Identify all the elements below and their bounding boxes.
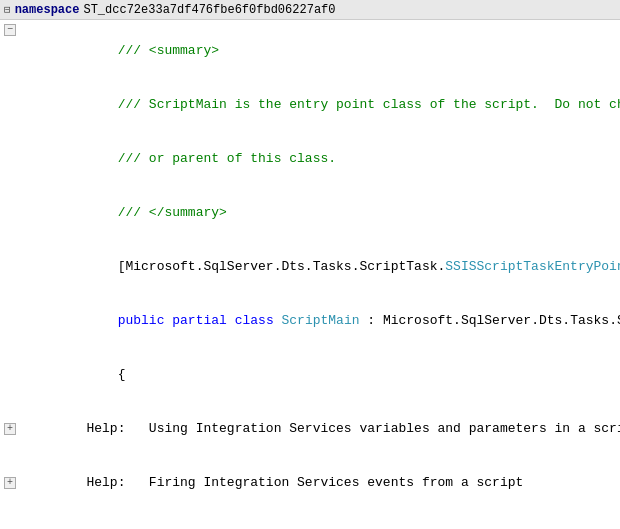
code-editor: ⊟ namespace ST_dcc72e33a7df476fbe6f0fbd0… (0, 0, 620, 529)
line-content: /// ScriptMain is the entry point class … (20, 78, 620, 132)
code-comment: /// </summary> (86, 205, 226, 220)
line-content: public partial class ScriptMain : Micros… (20, 294, 620, 348)
line-content: /// <summary> (20, 24, 620, 78)
line-content: [Microsoft.SqlServer.Dts.Tasks.ScriptTas… (20, 240, 620, 294)
line-content: /// or parent of this class. (20, 132, 620, 186)
line-content: /// </summary> (20, 186, 620, 240)
keyword: partial (172, 313, 234, 328)
line-content: { (20, 348, 620, 402)
expand-button[interactable]: + (4, 423, 16, 435)
code-text: : Microsoft.SqlServer.Dts.Tasks.ScriptTa… (360, 313, 621, 328)
collapse-gutter[interactable]: + (0, 423, 20, 435)
code-comment: /// ScriptMain is the entry point class … (86, 97, 620, 112)
line-row: { (0, 348, 620, 402)
code-comment: /// <summary> (86, 43, 219, 58)
code-comment: /// or parent of this class. (86, 151, 336, 166)
keyword: class (235, 313, 282, 328)
collapsible-line: + Help: Firing Integration Services even… (0, 456, 620, 510)
collapsible-content[interactable]: Help: Using Integration Services connect… (20, 510, 620, 529)
collapse-gutter[interactable]: + (0, 477, 20, 489)
collapse-button[interactable]: − (4, 24, 16, 36)
namespace-bar: ⊟ namespace ST_dcc72e33a7df476fbe6f0fbd0… (0, 0, 620, 20)
code-text: [Microsoft.SqlServer.Dts.Tasks.ScriptTas… (86, 259, 445, 274)
help-block-1[interactable]: Help: Using Integration Services variabl… (86, 421, 620, 436)
line-row: [Microsoft.SqlServer.Dts.Tasks.ScriptTas… (0, 240, 620, 294)
keyword: public (86, 313, 172, 328)
help-block-2[interactable]: Help: Firing Integration Services events… (86, 475, 523, 490)
expand-button[interactable]: + (4, 477, 16, 489)
namespace-icon: ⊟ (4, 3, 11, 16)
code-body: − /// <summary> /// ScriptMain is the en… (0, 20, 620, 529)
collapse-gutter[interactable]: − (0, 24, 20, 36)
namespace-label: namespace (15, 3, 80, 17)
line-row: /// </summary> (0, 186, 620, 240)
collapsible-line: + Help: Using Integration Services conne… (0, 510, 620, 529)
line-row: − /// <summary> (0, 24, 620, 78)
namespace-value: ST_dcc72e33a7df476fbe6f0fbd06227af0 (83, 3, 335, 17)
line-row: /// or parent of this class. (0, 132, 620, 186)
line-row: /// ScriptMain is the entry point class … (0, 78, 620, 132)
collapsible-content[interactable]: Help: Using Integration Services variabl… (20, 402, 620, 456)
line-row: public partial class ScriptMain : Micros… (0, 294, 620, 348)
attribute-name: SSISScriptTaskEntryPointAttribute (445, 259, 620, 274)
code-text: { (86, 367, 125, 382)
collapsible-content[interactable]: Help: Firing Integration Services events… (20, 456, 620, 510)
collapsible-line: + Help: Using Integration Services varia… (0, 402, 620, 456)
type-name: ScriptMain (281, 313, 359, 328)
